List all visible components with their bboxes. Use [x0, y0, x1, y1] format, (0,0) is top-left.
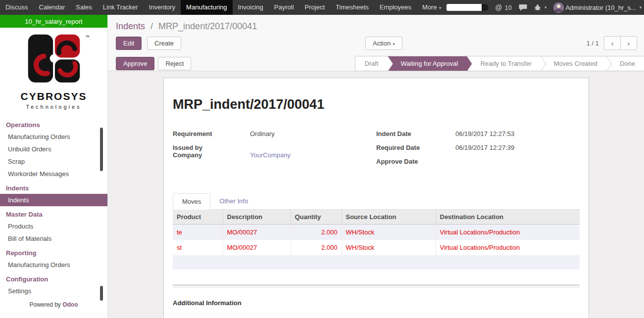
sidebar-item-products[interactable]: Products — [0, 220, 107, 232]
field-groups: Requirement Ordinary Issued by Company Y… — [173, 130, 580, 172]
avatar — [553, 2, 564, 13]
topbar-menu-discuss[interactable]: Discuss — [0, 0, 34, 15]
mention-counter[interactable]: @ 10 — [495, 3, 512, 11]
breadcrumb-parent[interactable]: Indents — [116, 21, 145, 31]
field-required-date: Required Date 06/19/2017 12:27:39 — [376, 144, 580, 154]
form-status-header: Approve Reject Draft Waiting for Approva… — [108, 56, 644, 71]
chevron-down-icon: ▾ — [393, 42, 395, 46]
field-requirement: Requirement Ordinary — [173, 130, 376, 140]
cell-product: te — [173, 225, 223, 240]
topbar-menu-invoicing[interactable]: Invoicing — [233, 0, 269, 15]
statusbar: Draft Waiting for Approval Ready to Tran… — [355, 56, 644, 71]
topbar-menu-more[interactable]: More▾ — [417, 0, 446, 15]
action-area: Action▾ — [181, 37, 587, 50]
topbar-menu-link-tracker[interactable]: Link Tracker — [98, 0, 144, 15]
chevron-down-icon: ▾ — [640, 5, 642, 10]
sidebar-heading-operations: Operations — [0, 117, 107, 131]
tab-other-info[interactable]: Other Info — [210, 193, 257, 209]
table-row[interactable]: st MO/00027 2.000 WH/Stock Virtual Locat… — [173, 240, 580, 255]
issued-by-value[interactable]: YourCompany — [250, 151, 291, 159]
sidebar-item-reporting-manufacturing-orders[interactable]: Manufacturing Orders — [0, 259, 107, 271]
chevron-down-icon: ▾ — [439, 5, 442, 10]
table-empty-row — [173, 255, 580, 270]
top-navbar: Discuss Calendar Sales Link Tracker Inve… — [0, 0, 644, 15]
status-step-draft[interactable]: Draft — [355, 56, 387, 71]
topbar-menu-employees[interactable]: Employees — [374, 0, 417, 15]
field-group-left: Requirement Ordinary Issued by Company Y… — [173, 130, 376, 172]
sidebar-item-workorder-messages[interactable]: Workorder Messages — [0, 168, 107, 180]
tab-moves[interactable]: Moves — [173, 193, 210, 210]
table-row[interactable]: te MO/00027 2.000 WH/Stock Virtual Locat… — [173, 225, 580, 240]
record-title: MRP_indent/2017/00041 — [173, 97, 580, 112]
approve-button[interactable]: Approve — [116, 57, 154, 70]
required-date-value: 06/19/2017 12:27:39 — [455, 144, 514, 154]
status-step-waiting-for-approval[interactable]: Waiting for Approval — [388, 56, 467, 71]
sidebar-heading-configuration: Configuration — [0, 271, 107, 285]
field-group-right: Indent Date 06/19/2017 12:27:53 Required… — [376, 130, 580, 172]
pager-next-button[interactable]: › — [620, 36, 637, 50]
action-dropdown-button[interactable]: Action▾ — [365, 37, 402, 50]
moves-table-header-row: Product Description Quantity Source Loca… — [173, 210, 580, 225]
sidebar-item-bill-of-materials[interactable]: Bill of Materials — [0, 232, 107, 245]
mention-count: 10 — [504, 4, 511, 11]
notebook-tabs: Moves Other Info — [173, 193, 580, 210]
sidebar-menu: Operations Manufacturing Orders Unbuild … — [0, 117, 107, 297]
topbar-menu-inventory[interactable]: Inventory — [144, 0, 181, 15]
pager: 1 / 1 ‹ › — [587, 36, 637, 50]
sidebar-item-unbuild-orders[interactable]: Unbuild Orders — [0, 143, 107, 155]
topbar-menu-sales[interactable]: Sales — [70, 0, 98, 15]
status-step-ready-to-transfer[interactable]: Ready to Transfer — [467, 56, 540, 71]
topbar-menu-project[interactable]: Project — [299, 0, 330, 15]
topbar-menu-manufacturing[interactable]: Manufacturing — [181, 0, 232, 15]
required-date-label: Required Date — [376, 144, 455, 154]
status-step-done[interactable]: Done — [606, 56, 644, 71]
status-step-moves-created[interactable]: Moves Created — [541, 56, 606, 71]
empty-row-cell — [173, 255, 580, 270]
sidebar-scrollbar-thumb[interactable] — [100, 128, 103, 171]
chevron-left-icon: ‹ — [611, 39, 614, 47]
sidebar-heading-master-data: Master Data — [0, 206, 107, 220]
brand-name: CYBROSYS — [0, 91, 107, 102]
breadcrumb-separator: / — [150, 21, 153, 31]
notification-text: 10_hr_salary_report — [25, 18, 82, 25]
brand-tagline: Technologies — [0, 104, 107, 110]
sidebar-item-settings[interactable]: Settings — [0, 285, 107, 297]
topbar-menu-calendar[interactable]: Calendar — [34, 0, 71, 15]
sidebar-heading-reporting: Reporting — [0, 245, 107, 259]
chevron-down-icon: ▾ — [545, 5, 547, 10]
sidebar-scrollbar-thumb-lower[interactable] — [100, 286, 103, 301]
breadcrumb-current: MRP_indent/2017/00041 — [158, 21, 257, 31]
field-indent-date: Indent Date 06/19/2017 12:27:53 — [376, 130, 580, 140]
page-body: 10_hr_salary_report ™ CYBROSYS Technolog… — [0, 15, 644, 318]
indent-date-label: Indent Date — [376, 130, 455, 140]
cell-quantity: 2.000 — [291, 240, 342, 255]
topbar-menu-timesheets[interactable]: Timesheets — [330, 0, 374, 15]
column-header-product: Product — [173, 210, 223, 225]
powered-by-text: Powered by — [29, 301, 60, 308]
control-panel: Indents / MRP_indent/2017/00041 Edit Cre… — [108, 15, 644, 56]
odoo-link[interactable]: Odoo — [62, 301, 78, 308]
more-label: More — [422, 3, 437, 11]
sidebar-item-manufacturing-orders[interactable]: Manufacturing Orders — [0, 131, 107, 143]
chat-bubble-icon — [519, 4, 527, 11]
messages-button[interactable] — [519, 4, 527, 11]
approve-date-label: Approve Date — [376, 158, 455, 168]
pager-previous-button[interactable]: ‹ — [604, 36, 621, 50]
create-button[interactable]: Create — [147, 37, 181, 50]
topbar-menu-payroll[interactable]: Payroll — [269, 0, 299, 15]
cell-destination-location: Virtual Locations/Production — [436, 225, 580, 240]
control-panel-buttons-row: Edit Create Action▾ 1 / 1 ‹ › — [108, 36, 644, 56]
debug-menu-button[interactable]: ▾ — [534, 4, 547, 11]
sidebar-item-indents[interactable]: Indents — [0, 194, 107, 206]
record-buttons: Edit Create — [116, 37, 181, 50]
requirement-label: Requirement — [173, 130, 250, 140]
topbar-right-tools: @ 10 ▾ Admin — [446, 0, 644, 15]
user-menu[interactable]: Administrator (10_hr_s... ▾ — [553, 2, 642, 13]
indent-date-value: 06/19/2017 12:27:53 — [455, 130, 514, 140]
progress-remaining — [482, 4, 488, 11]
sidebar-item-scrap[interactable]: Scrap — [0, 155, 107, 168]
edit-button[interactable]: Edit — [116, 37, 142, 50]
reject-button[interactable]: Reject — [158, 57, 191, 70]
progress-indicator — [446, 4, 488, 11]
section-separator — [173, 284, 580, 287]
